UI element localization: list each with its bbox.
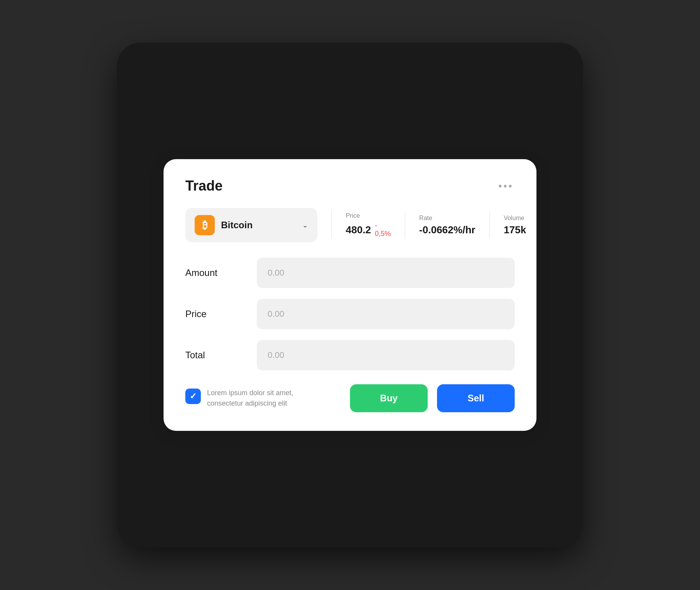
price-row: Price xyxy=(185,299,515,329)
terms-checkbox[interactable]: ✓ xyxy=(185,389,201,404)
price-stat-label: Price xyxy=(346,212,391,219)
rate-value: -0.0662%/hr xyxy=(419,224,475,236)
volume-stat-block: Volume 175k xyxy=(504,215,526,236)
bitcoin-icon: ₿ xyxy=(195,215,215,235)
total-row: Total xyxy=(185,340,515,370)
total-input[interactable] xyxy=(257,340,515,370)
dot-3 xyxy=(509,185,512,187)
chevron-down-icon: ⌄ xyxy=(302,221,308,229)
checkbox-area: ✓ Lorem ipsum dolor sit amet, consectetu… xyxy=(185,388,293,409)
coin-selector-dropdown[interactable]: ₿ Bitcoin ⌄ xyxy=(185,208,317,242)
total-label: Total xyxy=(185,350,247,361)
price-value: 480.2 xyxy=(346,224,371,236)
coin-name: Bitcoin xyxy=(221,220,296,231)
price-stat-value: 480.2 - 0,5% xyxy=(346,222,391,238)
terms-text: Lorem ipsum dolor sit amet, consectetur … xyxy=(207,388,293,409)
bottom-row: ✓ Lorem ipsum dolor sit amet, consectetu… xyxy=(185,384,515,412)
checkmark-icon: ✓ xyxy=(190,391,197,401)
amount-label: Amount xyxy=(185,267,247,278)
rate-stat-label: Rate xyxy=(419,215,475,222)
outer-container: Trade ₿ Bitcoin ⌄ Price 480.2 - xyxy=(117,43,583,547)
volume-stat-value: 175k xyxy=(504,224,526,236)
price-input[interactable] xyxy=(257,299,515,329)
terms-line-1: Lorem ipsum dolor sit amet, xyxy=(207,389,293,397)
divider-1 xyxy=(331,212,332,239)
price-change: - 0,5% xyxy=(375,222,391,238)
divider-3 xyxy=(489,212,490,239)
volume-value: 175k xyxy=(504,224,526,236)
action-buttons: Buy Sell xyxy=(350,384,515,412)
bitcoin-symbol: ₿ xyxy=(202,219,207,231)
divider-2 xyxy=(405,212,405,239)
amount-row: Amount xyxy=(185,258,515,288)
coin-stats-row: ₿ Bitcoin ⌄ Price 480.2 - 0,5% Rate -0.0… xyxy=(185,208,515,242)
trade-card: Trade ₿ Bitcoin ⌄ Price 480.2 - xyxy=(164,159,536,431)
dot-1 xyxy=(499,185,501,187)
rate-stat-block: Rate -0.0662%/hr xyxy=(419,215,475,236)
card-header: Trade xyxy=(185,178,515,194)
volume-stat-label: Volume xyxy=(504,215,526,222)
sell-button[interactable]: Sell xyxy=(437,384,515,412)
price-label: Price xyxy=(185,309,247,319)
buy-button[interactable]: Buy xyxy=(350,384,428,412)
price-stat-block: Price 480.2 - 0,5% xyxy=(346,212,391,238)
dot-2 xyxy=(504,185,507,187)
terms-line-2: consectetur adipiscing elit xyxy=(207,399,287,407)
page-title: Trade xyxy=(185,178,223,194)
amount-input[interactable] xyxy=(257,258,515,288)
more-menu-button[interactable] xyxy=(496,182,515,191)
rate-stat-value: -0.0662%/hr xyxy=(419,224,475,236)
